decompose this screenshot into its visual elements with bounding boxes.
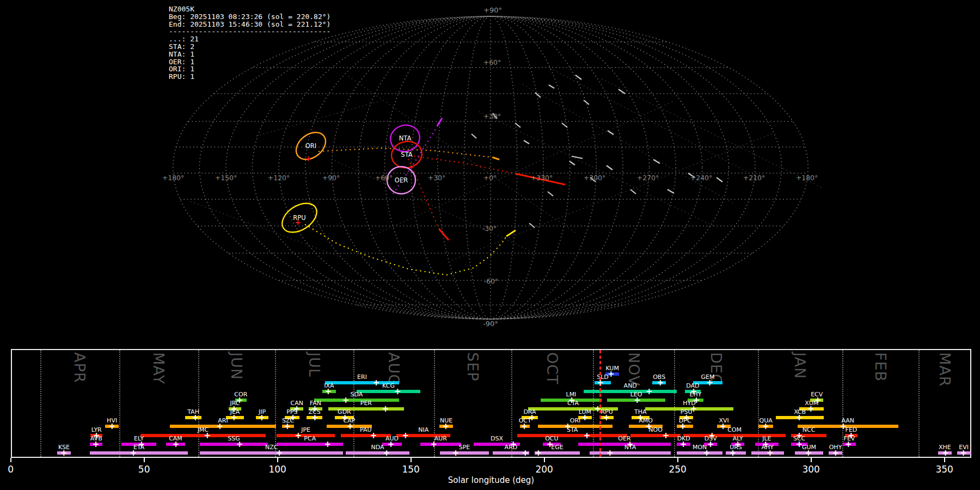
shower-peak-ely: + bbox=[138, 442, 145, 447]
month-label-may: MAY bbox=[150, 352, 167, 384]
shower-bar-ssg bbox=[200, 443, 268, 446]
shower-peak-jea: + bbox=[231, 415, 238, 420]
shower-peak-per: + bbox=[382, 406, 389, 412]
shower-peak-eri: + bbox=[373, 380, 380, 385]
sporadic-trace bbox=[348, 76, 577, 234]
shower-peak-nta: + bbox=[607, 450, 614, 456]
shower-peak-tah: + bbox=[192, 415, 199, 420]
longitude-label: +300° bbox=[584, 174, 606, 182]
axis-tick-250 bbox=[677, 458, 678, 462]
axis-tick-350 bbox=[944, 458, 945, 462]
latitude-label: -60° bbox=[484, 277, 499, 285]
shower-peak-gum: + bbox=[805, 450, 812, 456]
shower-peak-ehy: + bbox=[693, 397, 700, 403]
sporadic-meteor-dash bbox=[524, 140, 529, 144]
longitude-label: +240° bbox=[690, 174, 713, 182]
month-label-jul: JUL bbox=[306, 352, 323, 377]
shower-peak-dsx: + bbox=[510, 442, 517, 447]
sporadic-meteor-dash bbox=[618, 89, 625, 94]
shower-bar-sta bbox=[517, 434, 627, 437]
meteor-segment-ori bbox=[493, 157, 499, 160]
shower-peak-aud: + bbox=[388, 442, 395, 447]
sporadic-meteor-dash bbox=[607, 166, 612, 170]
sporadic-meteor-dash bbox=[562, 123, 567, 127]
shower-peak-ori: + bbox=[565, 424, 572, 429]
month-label-feb: FEB bbox=[872, 352, 889, 382]
month-label-nov: NOV bbox=[626, 352, 642, 386]
shower-peak-nda: + bbox=[383, 450, 390, 456]
longitude-label: +0° bbox=[483, 174, 497, 182]
shower-label-jpe: JPE bbox=[301, 426, 310, 433]
axis-tick-0 bbox=[10, 458, 11, 462]
axis-tick-label-200: 200 bbox=[535, 464, 553, 475]
shower-label-eri: ERI bbox=[357, 373, 367, 381]
shower-peak-ari: + bbox=[217, 424, 224, 429]
shower-peak-ssg: + bbox=[236, 442, 243, 447]
longitude-label: +120° bbox=[268, 174, 290, 182]
month-label-apr: APR bbox=[71, 352, 88, 383]
shower-peak-jip: + bbox=[258, 415, 265, 420]
meteor-trajectory-sta bbox=[409, 156, 516, 174]
shower-peak-eta: + bbox=[130, 450, 137, 456]
shower-peak-oct: + bbox=[521, 424, 528, 429]
observation-summary: NZ005K Beg: 20251103 08:23:26 (sol = 220… bbox=[169, 5, 330, 81]
shower-label-nia: NIA bbox=[418, 426, 428, 433]
shower-peak-scc: + bbox=[796, 442, 803, 447]
shower-peak-zcs: + bbox=[311, 415, 318, 420]
radiant-plus-marker: + bbox=[305, 154, 311, 163]
shower-peak-psu: + bbox=[683, 415, 690, 420]
radiant-plus-marker: + bbox=[295, 218, 301, 226]
shower-peak-dsv: + bbox=[707, 442, 714, 447]
month-label-jun: JUN bbox=[228, 352, 245, 380]
longitude-label: +60° bbox=[375, 174, 393, 182]
shower-peak-sda: + bbox=[342, 397, 350, 403]
shower-peak-jmc: + bbox=[204, 433, 211, 438]
sporadic-meteor-dash bbox=[608, 131, 614, 134]
shower-peak-dpc: + bbox=[679, 424, 687, 429]
sporadic-meteor-dash bbox=[630, 189, 636, 194]
shower-peak-ohy: + bbox=[832, 450, 839, 456]
shower-bar-noo bbox=[630, 434, 681, 437]
sporadic-trace bbox=[523, 84, 735, 204]
meteor-segment-rpu bbox=[506, 230, 516, 236]
shower-peak-nia: + bbox=[402, 433, 409, 438]
current-sol-marker bbox=[600, 350, 601, 457]
shower-peak-pca: + bbox=[324, 442, 332, 447]
month-boundary-jan bbox=[758, 350, 759, 457]
shower-peak-noo: + bbox=[663, 433, 670, 438]
axis-tick-label-250: 250 bbox=[669, 464, 686, 475]
longitude-label: +180° bbox=[796, 174, 818, 182]
shower-bar-pca bbox=[277, 443, 343, 446]
shower-peak-nue: + bbox=[443, 424, 450, 429]
shower-peak-urs: + bbox=[730, 450, 737, 456]
axis-tick-50 bbox=[144, 458, 145, 462]
shower-peak-sld: + bbox=[597, 380, 604, 385]
shower-peak-xvi: + bbox=[720, 424, 727, 429]
sky-map: ORINTASTAOERRPU+++180°+150°+120°+90°+60°… bbox=[0, 0, 980, 346]
axis-tick-label-150: 150 bbox=[402, 464, 419, 475]
shower-peak-rpu: + bbox=[603, 415, 610, 420]
shower-bar-spe bbox=[440, 451, 489, 455]
axis-tick-300 bbox=[811, 458, 812, 462]
shower-peak-dra: + bbox=[529, 415, 536, 420]
shower-bar-sda bbox=[314, 399, 399, 402]
shower-peak-xcb: + bbox=[796, 415, 803, 420]
shower-peak-cam: + bbox=[173, 442, 180, 447]
shower-peak-can: + bbox=[293, 406, 301, 412]
axis-tick-150 bbox=[411, 458, 412, 462]
shower-peak-spe: + bbox=[452, 450, 460, 456]
shower-peak-kcg: + bbox=[394, 389, 401, 394]
shower-peak-xhe: + bbox=[942, 450, 949, 456]
shower-peak-gem: + bbox=[706, 380, 713, 385]
shower-peak-leo: + bbox=[634, 397, 641, 403]
meteor-trajectory-sta bbox=[408, 159, 439, 229]
shower-peak-dad: + bbox=[690, 389, 697, 394]
shower-peak-jrc: + bbox=[231, 406, 238, 412]
sporadic-trace bbox=[452, 133, 773, 260]
shower-peak-xum: + bbox=[807, 406, 814, 412]
shower-peak-sta: + bbox=[584, 433, 591, 438]
sporadic-meteor-dash bbox=[716, 177, 722, 182]
x-axis-title: Solar longitude (deg) bbox=[448, 475, 534, 485]
meteor-segment-nta bbox=[437, 118, 442, 126]
longitude-label: +270° bbox=[637, 174, 659, 182]
